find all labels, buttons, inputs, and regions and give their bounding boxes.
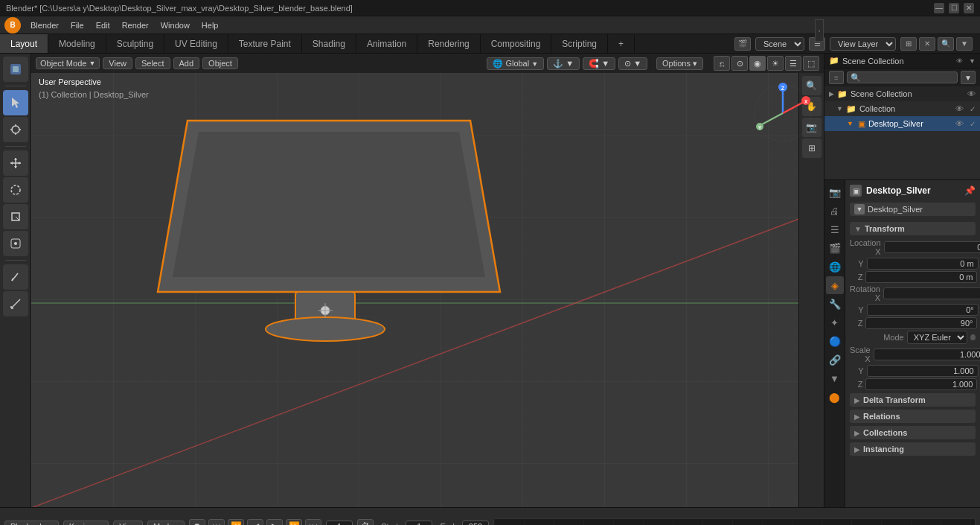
transform-tool[interactable] [3, 231, 28, 256]
tab-texture-paint[interactable]: Texture Paint [228, 34, 302, 53]
view-layer-selector[interactable]: View Layer [830, 37, 896, 51]
menu-file[interactable]: File [65, 19, 89, 31]
measure-tool[interactable] [3, 291, 28, 316]
start-frame-input[interactable] [406, 521, 432, 526]
scene-selector[interactable]: Scene [755, 37, 804, 51]
viewport-shading-material[interactable]: ◉ [749, 56, 766, 71]
snap-btn[interactable]: 🧲 ▼ [583, 57, 615, 70]
viewport-shading-solid[interactable]: ⊙ [731, 56, 748, 71]
rotation-z-input[interactable] [865, 317, 977, 329]
object-props-icon[interactable]: ◈ [826, 276, 844, 294]
rotation-mode-select[interactable]: XYZ Euler [907, 331, 967, 344]
viewport-shading-wire[interactable]: ⎌ [714, 56, 730, 71]
tab-compositing[interactable]: Compositing [481, 34, 552, 53]
data-props-icon[interactable]: ▼ [826, 369, 844, 387]
tab-sculpting[interactable]: Sculpting [106, 34, 164, 53]
rotate-tool[interactable] [3, 177, 28, 203]
object-menu[interactable]: Object [202, 57, 238, 69]
tab-add[interactable]: + [608, 34, 635, 53]
output-props-icon[interactable]: 🖨 [826, 202, 844, 220]
minimize-button[interactable]: — [934, 3, 944, 13]
mode-toggle[interactable] [3, 57, 28, 82]
close-button[interactable]: ✕ [964, 3, 974, 13]
scale-y-input[interactable] [867, 365, 979, 377]
select-menu[interactable]: Select [135, 57, 170, 69]
menu-edit[interactable]: Edit [91, 19, 115, 31]
prev-frame-btn[interactable]: ◀ [247, 519, 263, 526]
skip-end-btn[interactable]: ⏭ [305, 519, 321, 526]
outliner-filter-eye[interactable]: 👁 [956, 57, 963, 65]
proportional-btn[interactable]: ⊙ ▼ [618, 57, 647, 70]
collections-header[interactable]: ▶ Collections [850, 426, 976, 439]
viewport[interactable]: Object Mode ▼ View Select Add Object 🌐 G… [31, 54, 824, 507]
object-check[interactable]: ✓ [970, 120, 976, 128]
scene-collection-row[interactable]: ▶ 📁 Scene Collection 👁 [824, 86, 980, 101]
render-props-icon[interactable]: 📷 [826, 183, 844, 201]
pin-icon[interactable]: 📌 [964, 185, 976, 196]
outliner-filter-icon[interactable]: ▼ [969, 57, 976, 65]
location-z-input[interactable] [865, 271, 977, 283]
particles-props-icon[interactable]: ✦ [826, 314, 844, 331]
tab-layout[interactable]: Layout [0, 34, 48, 53]
viewport-gizmo[interactable]: Z X Y [749, 80, 816, 147]
menu-render[interactable]: Render [117, 19, 154, 31]
end-frame-input[interactable] [462, 521, 489, 526]
prev-keyframe-btn[interactable]: ⏪ [228, 519, 244, 526]
outliner-options-btn[interactable]: ▼ [961, 71, 976, 84]
tab-rendering[interactable]: Rendering [417, 34, 480, 53]
next-frame-btn[interactable]: ⏩ [286, 519, 302, 526]
world-props-icon[interactable]: 🌐 [826, 258, 844, 276]
outliner-search-input[interactable] [847, 71, 958, 83]
material-props-icon[interactable]: ⬤ [826, 388, 844, 406]
object-eye[interactable]: 👁 [955, 119, 964, 128]
scene-collection-eye[interactable]: 👁 [967, 89, 976, 98]
select-tool[interactable] [3, 90, 28, 115]
workspace-icon2[interactable]: ✕ [919, 37, 935, 51]
scale-x-input[interactable] [874, 349, 980, 360]
outliner-filter-input[interactable] [829, 71, 844, 84]
viewport-overlays-btn[interactable]: ☰ [785, 56, 801, 71]
collection-row[interactable]: ▼ 📁 Collection 👁 ✓ [824, 101, 980, 116]
tab-uv-editing[interactable]: UV Editing [164, 34, 228, 53]
scale-z-input[interactable] [865, 378, 977, 390]
location-x-input[interactable] [884, 241, 980, 253]
timeline-track[interactable]: -70 -40 -10 20 50 80 110 140 170 200 230… [493, 518, 976, 526]
marker-menu[interactable]: Marker [147, 521, 185, 526]
workspace-icon1[interactable]: ⊞ [900, 37, 917, 51]
options-btn[interactable]: Options ▾ [656, 57, 703, 70]
collection-check[interactable]: ✓ [970, 105, 976, 113]
physics-props-icon[interactable]: 🔵 [826, 332, 844, 350]
transform-selector[interactable]: 🌐 Global ▼ [487, 57, 544, 70]
transform-section-header[interactable]: ▼ Transform [850, 222, 976, 235]
scale-tool[interactable] [3, 204, 28, 229]
desktop-silver-row[interactable]: ▼ ▣ Desktop_Silver 👁 ✓ [824, 116, 980, 131]
keying-menu[interactable]: Keying ▼ [63, 521, 109, 526]
add-menu[interactable]: Add [173, 57, 200, 69]
play-btn[interactable]: ▶ [266, 519, 283, 526]
filter-icon[interactable]: ▼ [956, 37, 973, 51]
xray-btn[interactable]: ⬚ [803, 56, 819, 71]
view-menu[interactable]: View [103, 57, 132, 69]
object-mode-selector[interactable]: Object Mode ▼ [36, 57, 100, 69]
delta-transform-header[interactable]: ▶ Delta Transform [850, 393, 976, 407]
pivot-selector[interactable]: ⚓ ▼ [547, 57, 580, 70]
rotation-x-input[interactable] [883, 287, 980, 299]
cursor-tool[interactable] [3, 117, 28, 142]
move-tool[interactable] [3, 150, 28, 176]
current-frame-input[interactable] [326, 521, 353, 526]
annotate-tool[interactable] [3, 264, 28, 290]
tab-modeling[interactable]: Modeling [48, 34, 106, 53]
rotation-y-input[interactable] [867, 304, 979, 316]
tab-shading[interactable]: Shading [302, 34, 356, 53]
playback-menu[interactable]: Playback ▼ [4, 521, 59, 526]
frame-picker-btn[interactable]: ⏱ [357, 519, 374, 526]
constraints-props-icon[interactable]: 🔗 [826, 351, 844, 369]
tab-scripting[interactable]: Scripting [551, 34, 608, 53]
collection-eye[interactable]: 👁 [955, 104, 964, 113]
skip-start-btn[interactable]: ⏮ [208, 519, 225, 526]
scene-icon[interactable]: 🎬 [734, 37, 751, 51]
maximize-button[interactable]: ☐ [949, 3, 959, 13]
modifier-props-icon[interactable]: 🔧 [826, 295, 844, 313]
npanel-toggle[interactable]: ‹ [815, 19, 824, 42]
menu-blender[interactable]: Blender [25, 19, 64, 31]
